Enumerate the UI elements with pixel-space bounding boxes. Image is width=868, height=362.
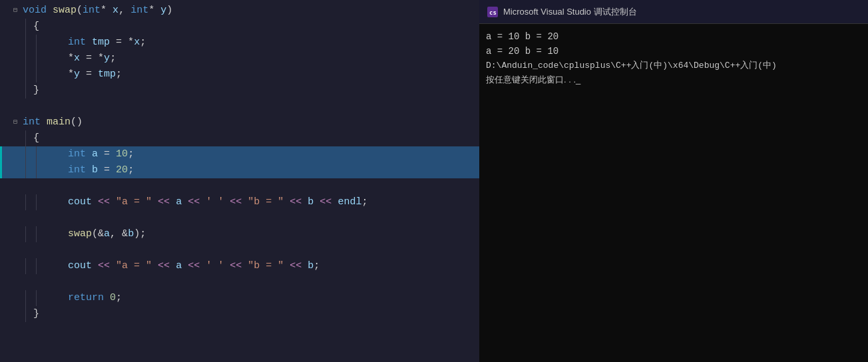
indent-1 [20, 194, 31, 210]
code-line-7 [0, 98, 479, 114]
code-line-6: } [0, 83, 479, 98]
line-content-14 [20, 210, 479, 226]
line-content-20: } [31, 306, 479, 322]
line-content-18 [20, 274, 479, 290]
console-line-3: D:\Anduin_code\cplusplus\C++入门(中)\x64\De… [486, 59, 861, 73]
code-line-10: int a = 10; [0, 146, 479, 162]
indent-1 [20, 83, 31, 98]
line-content-15: swap(&a, &b); [41, 226, 479, 242]
line-content-4: *x = *y; [41, 51, 479, 67]
code-line-8: ⊟ int main() [0, 114, 479, 130]
indent-2 [31, 162, 41, 178]
code-line-15: swap(&a, &b); [0, 226, 479, 242]
code-lines: ⊟ void swap(int* x, int* y) { int tmp = … [0, 0, 479, 362]
code-line-11: int b = 20; [0, 162, 479, 178]
code-line-13: cout << "a = " << a << ' ' << "b = " << … [0, 194, 479, 210]
indent-2 [31, 146, 41, 162]
line-content-3: int tmp = *x; [41, 35, 479, 51]
console-line-2: a = 20 b = 10 [486, 44, 861, 59]
line-content-7 [20, 98, 479, 114]
indent-1 [20, 51, 31, 67]
code-line-14 [0, 210, 479, 226]
code-line-9: { [0, 130, 479, 146]
indent-2 [31, 226, 41, 242]
code-line-1: ⊟ void swap(int* x, int* y) [0, 3, 479, 19]
indent-1 [20, 290, 31, 306]
indent-1 [20, 19, 31, 35]
code-line-2: { [0, 19, 479, 35]
indent-1 [20, 162, 31, 178]
indent-2 [31, 258, 41, 274]
collapse-btn-1[interactable]: ⊟ [13, 3, 17, 19]
indent-2 [31, 67, 41, 83]
collapse-btn-8[interactable]: ⊟ [13, 114, 17, 130]
indent-1 [20, 258, 31, 274]
indent-2 [31, 194, 41, 210]
console-line-4: 按任意键关闭此窗口. . ._ [486, 73, 861, 87]
code-line-18 [0, 274, 479, 290]
code-line-12 [0, 178, 479, 194]
code-editor-panel: ⊟ void swap(int* x, int* y) { int tmp = … [0, 0, 479, 362]
active-indicator [0, 146, 2, 162]
indent-1 [20, 35, 31, 51]
indent-2 [31, 290, 41, 306]
line-content-16 [20, 242, 479, 258]
line-content-17: cout << "a = " << a << ' ' << "b = " << … [41, 258, 479, 274]
line-content-1: void swap(int* x, int* y) [20, 3, 479, 19]
code-line-19: return 0; [0, 290, 479, 306]
code-line-20: } [0, 306, 479, 322]
line-content-2: { [31, 19, 479, 35]
line-content-5: *y = tmp; [41, 67, 479, 83]
code-line-16 [0, 242, 479, 258]
line-content-6: } [31, 83, 479, 98]
console-panel: cs Microsoft Visual Studio 调试控制台 a = 10 … [479, 0, 868, 362]
gutter-8: ⊟ [0, 114, 20, 130]
console-output: a = 10 b = 20 a = 20 b = 10 D:\Anduin_co… [479, 24, 868, 362]
indent-1 [20, 67, 31, 83]
line-content-10: int a = 10; [41, 146, 479, 162]
code-line-4: *x = *y; [0, 51, 479, 67]
line-content-19: return 0; [41, 290, 479, 306]
line-content-13: cout << "a = " << a << ' ' << "b = " << … [41, 194, 479, 210]
line-content-11: int b = 20; [41, 162, 479, 178]
svg-text:cs: cs [489, 9, 497, 16]
console-title: Microsoft Visual Studio 调试控制台 [503, 6, 637, 18]
indent-2 [31, 35, 41, 51]
indent-1 [20, 226, 31, 242]
code-line-5: *y = tmp; [0, 67, 479, 83]
vs-icon: cs [487, 7, 498, 17]
indent-1 [20, 130, 31, 146]
line-content-12 [20, 178, 479, 194]
line-content-9: { [31, 130, 479, 146]
gutter-1: ⊟ [0, 3, 20, 19]
code-line-3: int tmp = *x; [0, 35, 479, 51]
console-titlebar: cs Microsoft Visual Studio 调试控制台 [479, 0, 868, 24]
indent-1 [20, 146, 31, 162]
line-content-8: int main() [20, 114, 479, 130]
indent-1 [20, 306, 31, 322]
code-line-17: cout << "a = " << a << ' ' << "b = " << … [0, 258, 479, 274]
active-indicator-11 [0, 162, 2, 178]
console-line-1: a = 10 b = 20 [486, 29, 861, 44]
indent-2 [31, 51, 41, 67]
code-editor: ⊟ void swap(int* x, int* y) { int tmp = … [0, 0, 479, 362]
